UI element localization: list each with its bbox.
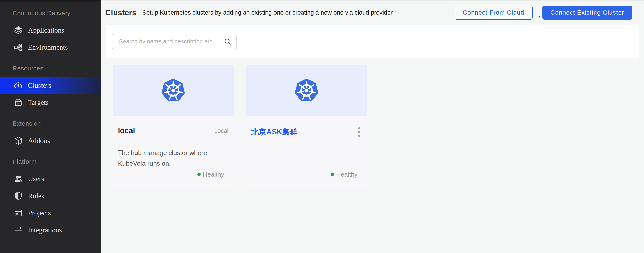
- sidebar-item-label: Targets: [28, 99, 48, 106]
- users-icon: [13, 174, 23, 184]
- kebab-menu-icon[interactable]: [356, 126, 362, 138]
- sidebar-section-platform: Platform: [0, 153, 101, 170]
- cluster-cards: local Local The hub manage cluster where…: [113, 65, 644, 188]
- cluster-status-label: Healthy: [336, 171, 358, 178]
- sidebar-item-label: Roles: [28, 192, 44, 200]
- cluster-card-body: local Local The hub manage cluster where…: [113, 116, 234, 169]
- sidebar-section-resources: Resources: [0, 60, 101, 77]
- sidebar-item-label: Users: [28, 175, 44, 183]
- sidebar-section-extension: Extension: [0, 115, 101, 132]
- cluster-name: local: [118, 126, 135, 135]
- cluster-card-body: 北京ASK集群: [246, 116, 367, 138]
- window-icon: [13, 208, 23, 218]
- cluster-card-beijing-ask[interactable]: 北京ASK集群 Healthy: [246, 65, 367, 188]
- connect-existing-cluster-button[interactable]: Connect Existing Cluster: [542, 6, 632, 19]
- cluster-status-badge: Healthy: [331, 171, 358, 178]
- sidebar-item-environments[interactable]: Environments: [0, 39, 101, 56]
- healthy-dot-icon: [331, 173, 334, 176]
- kubernetes-logo: [294, 78, 319, 103]
- search-input[interactable]: [112, 34, 237, 49]
- app-window: Continuous Delivery Applications: [0, 0, 644, 253]
- sidebar-item-label: Addons: [28, 137, 50, 145]
- cluster-card-image: [246, 65, 367, 116]
- layers-icon: [13, 25, 23, 35]
- page-title: Clusters: [106, 8, 136, 17]
- sidebar-item-addons[interactable]: Addons: [0, 132, 101, 149]
- sitemap-icon: [13, 42, 23, 52]
- search-icon[interactable]: [223, 37, 232, 46]
- shield-icon: [13, 191, 23, 201]
- sidebar-item-label: Applications: [28, 26, 64, 34]
- sidebar-item-targets[interactable]: Targets: [0, 94, 101, 111]
- healthy-dot-icon: [198, 173, 201, 176]
- cluster-name-link[interactable]: 北京ASK集群: [251, 127, 297, 137]
- archive-icon: [13, 98, 23, 108]
- sidebar-item-label: Integrations: [28, 226, 62, 234]
- cube-icon: [13, 136, 23, 146]
- sidebar-item-roles[interactable]: Roles: [0, 187, 101, 205]
- page-subtitle: Setup Kubernetes clusters by adding an e…: [142, 9, 392, 16]
- connect-from-cloud-button[interactable]: Connect From Cloud: [454, 6, 533, 19]
- sidebar-section-continuous-delivery: Continuous Delivery: [0, 4, 101, 22]
- cluster-status-label: Healthy: [203, 171, 224, 178]
- sidebar-item-applications[interactable]: Applications: [0, 22, 101, 39]
- sidebar-item-label: Projects: [28, 209, 51, 217]
- main-content: Clusters Setup Kubernetes clusters by ad…: [101, 0, 644, 253]
- sidebar-item-projects[interactable]: Projects: [0, 205, 101, 222]
- cluster-tag: Local: [214, 127, 228, 134]
- kubernetes-logo: [160, 78, 186, 103]
- cluster-card-local[interactable]: local Local The hub manage cluster where…: [113, 65, 234, 188]
- sidebar-item-label: Environments: [28, 43, 68, 51]
- search-panel: [106, 25, 639, 58]
- page-header: Clusters Setup Kubernetes clusters by ad…: [101, 0, 644, 25]
- cloud-download-icon: [13, 80, 23, 90]
- sidebar-item-clusters[interactable]: Clusters: [0, 77, 101, 94]
- separator-text: ,: [538, 11, 540, 18]
- search-box: [112, 34, 237, 49]
- cluster-description: The hub manage cluster where KubeVela ru…: [118, 148, 226, 169]
- sidebar-item-users[interactable]: Users: [0, 170, 101, 187]
- cluster-card-image: [113, 65, 234, 116]
- sidebar-item-label: Clusters: [28, 81, 51, 89]
- lines-arrow-icon: [13, 225, 23, 235]
- sidebar-item-integrations[interactable]: Integrations: [0, 222, 101, 239]
- cluster-status-badge: Healthy: [198, 171, 224, 178]
- sidebar: Continuous Delivery Applications: [0, 0, 101, 253]
